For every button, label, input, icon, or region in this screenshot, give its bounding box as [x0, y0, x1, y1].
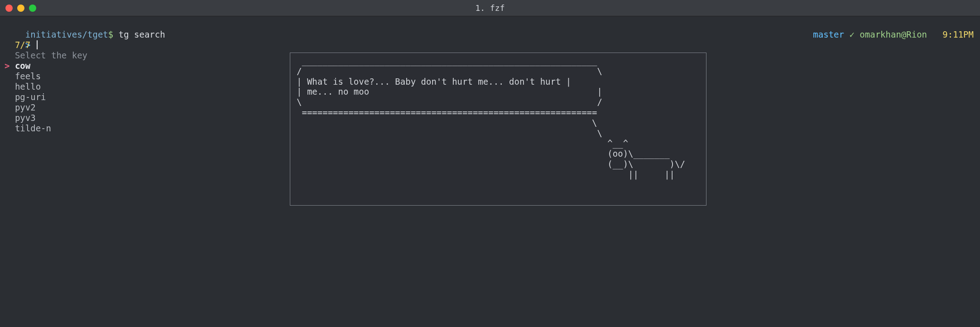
- window-title: 1. fzf: [475, 3, 504, 13]
- fzf-header: Select the key: [15, 50, 87, 60]
- terminal-viewport[interactable]: master ✓ omarkhan@Rion 9:11PM initiative…: [0, 16, 980, 327]
- list-item-label: feels: [15, 71, 41, 81]
- prompt-command: tg search: [119, 29, 165, 39]
- window-titlebar: 1. fzf: [0, 0, 980, 16]
- clock-time: 9:11PM: [942, 29, 974, 39]
- git-branch: master: [813, 29, 844, 39]
- maximize-icon[interactable]: [29, 5, 36, 12]
- git-clean-check-icon: ✓: [849, 29, 854, 39]
- list-item-label: hello: [15, 82, 41, 91]
- fzf-pointer-icon: >: [5, 61, 15, 71]
- list-item-label: tilde-n: [15, 123, 51, 133]
- fzf-count: 7/7: [15, 40, 30, 50]
- fzf-preview-pane: ________________________________________…: [290, 53, 706, 206]
- list-item-label: cow: [15, 61, 30, 71]
- text-cursor-icon: [37, 40, 38, 49]
- list-item-label: pyv2: [15, 102, 36, 112]
- list-item-label: pyv3: [15, 113, 36, 123]
- prompt-path: initiatives/tget: [25, 29, 108, 39]
- user-host: omarkhan@Rion: [860, 29, 927, 39]
- traffic-lights: [5, 5, 36, 12]
- close-icon[interactable]: [5, 5, 13, 12]
- prompt-status: master ✓ omarkhan@Rion 9:11PM: [793, 19, 974, 50]
- prompt-dollar: $: [108, 29, 113, 39]
- minimize-icon[interactable]: [17, 5, 24, 12]
- list-item-label: pg-uri: [15, 92, 46, 102]
